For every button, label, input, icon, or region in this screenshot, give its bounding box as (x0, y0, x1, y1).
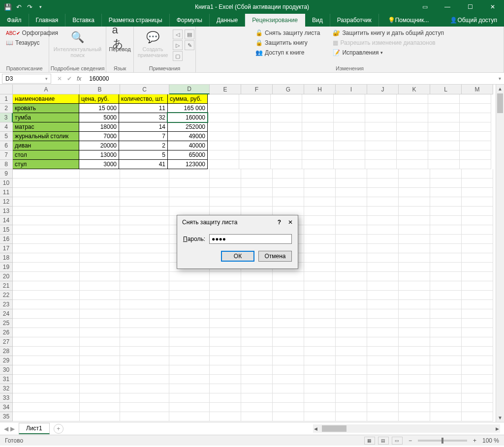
row-header[interactable]: 12 (0, 197, 13, 207)
cell[interactable] (302, 104, 334, 113)
cell[interactable] (169, 356, 210, 365)
cell[interactable]: 7000 (79, 131, 119, 141)
cell[interactable] (80, 188, 120, 197)
cell[interactable] (169, 300, 210, 309)
translate-button[interactable]: aあ Перевод (106, 29, 133, 53)
cell[interactable] (120, 179, 169, 188)
cell[interactable] (210, 384, 241, 393)
cell[interactable] (304, 309, 336, 319)
tab-данные[interactable]: Данные (210, 14, 245, 27)
cell[interactable]: сумма, руб. (167, 94, 208, 104)
row-header[interactable]: 21 (0, 281, 13, 291)
cell[interactable] (304, 319, 336, 328)
cell[interactable] (210, 319, 241, 328)
cell[interactable] (273, 375, 304, 384)
cell[interactable] (430, 169, 462, 179)
cell[interactable] (80, 365, 120, 375)
cell[interactable] (399, 393, 430, 403)
cell[interactable] (271, 113, 302, 122)
cell[interactable] (367, 253, 399, 263)
cell[interactable] (304, 300, 336, 309)
cell[interactable] (239, 122, 271, 132)
cell[interactable] (241, 375, 273, 384)
cell[interactable] (80, 356, 120, 365)
cell[interactable] (80, 291, 120, 300)
cell[interactable] (397, 150, 428, 160)
cell[interactable]: 2 (119, 141, 168, 150)
row-header[interactable]: 23 (0, 300, 13, 309)
cell[interactable] (13, 337, 80, 347)
zoom-level[interactable]: 100 % (482, 437, 499, 444)
cell[interactable] (304, 356, 336, 365)
cell[interactable] (120, 337, 169, 347)
cell[interactable] (210, 393, 241, 403)
column-header[interactable]: H (304, 85, 336, 94)
fx-icon[interactable]: fx (77, 75, 81, 82)
cell[interactable]: журнальный столик (13, 131, 79, 141)
cell[interactable] (120, 272, 169, 281)
cell[interactable] (241, 319, 273, 328)
cell[interactable] (239, 132, 271, 141)
cell[interactable] (430, 356, 462, 365)
cell[interactable] (271, 141, 302, 150)
tab-разработчик[interactable]: Разработчик (330, 14, 379, 27)
cell[interactable] (430, 179, 462, 188)
cell[interactable] (430, 244, 462, 253)
cell[interactable] (210, 365, 241, 375)
scroll-right-icon[interactable]: ▶ (496, 426, 499, 431)
zoom-in-icon[interactable]: + (473, 437, 476, 444)
cell[interactable] (13, 235, 80, 244)
scroll-up-icon[interactable]: ▲ (496, 85, 504, 93)
cell[interactable] (334, 132, 365, 141)
cell[interactable] (210, 300, 241, 309)
cell[interactable] (120, 319, 169, 328)
cell[interactable]: 123000 (167, 159, 208, 169)
cell[interactable] (13, 403, 80, 412)
cell[interactable] (336, 393, 367, 403)
tab-файл[interactable]: Файл (0, 14, 29, 27)
cell[interactable]: количество, шт. (119, 94, 168, 104)
cell[interactable] (304, 403, 336, 412)
cell[interactable] (428, 141, 460, 150)
cell[interactable] (208, 132, 239, 141)
redo-icon[interactable]: ↷ (26, 3, 33, 11)
row-header[interactable]: 34 (0, 403, 13, 412)
cell[interactable] (120, 281, 169, 291)
close-icon[interactable]: ✕ (288, 219, 293, 226)
sheet-nav[interactable]: ◀▶ (4, 425, 15, 432)
cell[interactable] (399, 384, 430, 393)
cell[interactable] (367, 216, 399, 225)
cell[interactable] (304, 375, 336, 384)
cell[interactable] (336, 347, 367, 356)
cell[interactable] (397, 104, 428, 113)
cell[interactable] (365, 150, 397, 160)
cell[interactable] (210, 291, 241, 300)
cell[interactable] (120, 169, 169, 179)
cell[interactable] (273, 328, 304, 337)
ribbon-options-icon[interactable]: ▭ (413, 0, 436, 14)
cell[interactable] (80, 272, 120, 281)
cell[interactable] (399, 179, 430, 188)
ok-button[interactable]: ОК (221, 251, 254, 262)
track-changes-button[interactable]: 📝Исправления ▾ (331, 48, 385, 57)
cancel-formula-icon[interactable]: ✕ (57, 75, 62, 82)
cell[interactable] (367, 309, 399, 319)
row-header[interactable]: 24 (0, 309, 13, 319)
cell[interactable] (336, 384, 367, 393)
row-header[interactable]: 29 (0, 356, 13, 365)
cell[interactable] (462, 356, 493, 365)
cell[interactable] (80, 179, 120, 188)
scrollbar-thumb[interactable] (497, 93, 503, 113)
cell[interactable] (241, 169, 273, 179)
column-header[interactable]: D (169, 85, 210, 94)
cell[interactable] (399, 169, 430, 179)
cell[interactable] (271, 122, 302, 132)
cell[interactable] (304, 281, 336, 291)
cell[interactable]: 32 (119, 113, 168, 122)
cell[interactable] (336, 179, 367, 188)
cell[interactable] (210, 169, 241, 179)
cell[interactable] (271, 104, 302, 113)
cell[interactable] (399, 291, 430, 300)
cell[interactable] (365, 141, 397, 150)
cell[interactable] (273, 365, 304, 375)
